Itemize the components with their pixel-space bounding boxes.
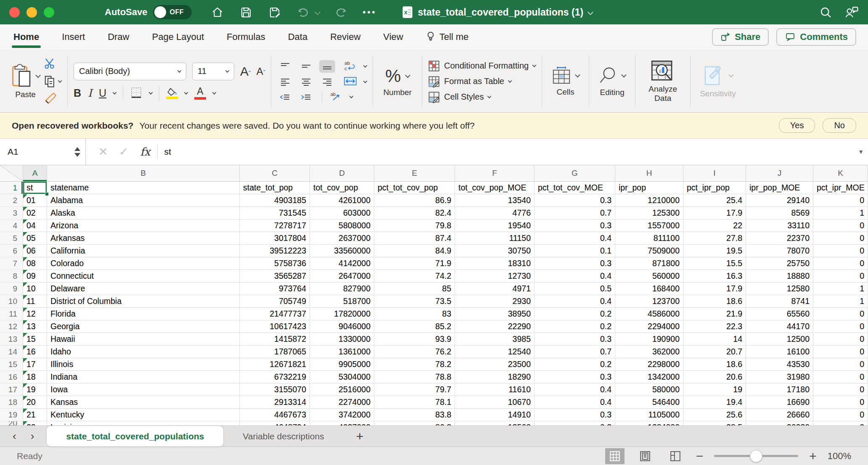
merge-center-dropdown-icon[interactable] (363, 79, 368, 83)
row-header-20[interactable]: 20 (0, 421, 23, 425)
row-header-16[interactable]: 16 (0, 371, 23, 383)
cell-H14[interactable]: 362000 (615, 346, 683, 358)
align-top-button[interactable] (277, 60, 293, 73)
paste-dropdown-icon[interactable] (35, 73, 41, 78)
cell-C13[interactable]: 1415872 (240, 333, 310, 346)
cell-G18[interactable]: 0.4 (535, 396, 615, 409)
cell-G12[interactable]: 0.2 (535, 320, 615, 333)
cell-G9[interactable]: 0.5 (535, 283, 615, 295)
cell-G11[interactable]: 0.2 (535, 308, 615, 320)
cell-E12[interactable]: 85.2 (374, 320, 455, 333)
cell-G3[interactable]: 0.7 (535, 207, 615, 219)
align-left-button[interactable] (277, 76, 293, 88)
cell-C7[interactable]: 5758736 (240, 257, 310, 270)
cell-E8[interactable]: 74.2 (374, 270, 455, 283)
sheet-tab-variable-descriptions[interactable]: Variable descriptions (223, 426, 343, 447)
cell-G1[interactable]: pct_tot_cov_MOE (535, 182, 615, 194)
align-right-button[interactable] (319, 76, 335, 88)
cell-E10[interactable]: 73.5 (374, 295, 455, 308)
row-header-9[interactable]: 9 (0, 283, 23, 295)
title-dropdown-icon[interactable] (587, 9, 593, 15)
cell-C3[interactable]: 731545 (240, 207, 310, 219)
select-all-corner[interactable] (0, 165, 23, 181)
font-color-button[interactable]: A (194, 87, 206, 100)
cell-C8[interactable]: 3565287 (240, 270, 310, 283)
cell-I4[interactable]: 22 (683, 219, 746, 232)
cell-K12[interactable]: 0 (813, 320, 868, 333)
cell-A6[interactable]: 06 (23, 245, 47, 257)
cell-I6[interactable]: 19.5 (683, 245, 746, 257)
fill-color-dropdown-icon[interactable] (184, 90, 188, 95)
cells-button[interactable]: Cells (548, 53, 583, 110)
row-header-14[interactable]: 14 (0, 346, 23, 358)
share-button[interactable]: Share (712, 28, 769, 46)
font-size-select[interactable]: 11 (192, 63, 234, 80)
fill-color-button[interactable] (166, 87, 178, 99)
cell-I17[interactable]: 19 (683, 383, 746, 396)
cell-B16[interactable]: Indiana (47, 371, 240, 383)
sheet-next-icon[interactable]: › (31, 430, 34, 443)
cell-E16[interactable]: 78.8 (374, 371, 455, 383)
number-format-dropdown-icon[interactable] (405, 73, 410, 78)
cell-A16[interactable]: 18 (23, 371, 47, 383)
insert-function-icon[interactable]: fx (140, 145, 150, 158)
cell-I3[interactable]: 17.9 (683, 207, 746, 219)
cell-E3[interactable]: 82.4 (374, 207, 455, 219)
cell-J13[interactable]: 12500 (746, 333, 813, 346)
cell-H3[interactable]: 125300 (615, 207, 683, 219)
cell-K14[interactable]: 0 (813, 346, 868, 358)
cell-E6[interactable]: 84.9 (374, 245, 455, 257)
document-title[interactable]: x state_total_covered_populations (1) (402, 6, 593, 18)
cell-D18[interactable]: 2274000 (310, 396, 374, 409)
undo-icon[interactable] (296, 5, 310, 19)
cell-D6[interactable]: 33560000 (310, 245, 374, 257)
row-header-19[interactable]: 19 (0, 409, 23, 421)
cell-F18[interactable]: 10670 (455, 396, 535, 409)
cell-J9[interactable]: 12580 (746, 283, 813, 295)
cell-B3[interactable]: Alaska (47, 207, 240, 219)
cell-A4[interactable]: 04 (23, 219, 47, 232)
cell-E11[interactable]: 83 (374, 308, 455, 320)
column-header-G[interactable]: G (535, 165, 615, 181)
cell-E18[interactable]: 78.1 (374, 396, 455, 409)
cell-C5[interactable]: 3017804 (240, 232, 310, 245)
cell-B8[interactable]: Connecticut (47, 270, 240, 283)
cell-G19[interactable]: 0.3 (535, 409, 615, 421)
cell-B1[interactable]: statename (47, 182, 240, 194)
cell-styles-button[interactable]: Cell Styles (428, 91, 536, 103)
cell-K17[interactable]: 0 (813, 383, 868, 396)
column-header-A[interactable]: A (23, 165, 47, 181)
format-as-table-button[interactable]: Format as Table (428, 76, 536, 87)
cell-G7[interactable]: 0.3 (535, 257, 615, 270)
increase-indent-button[interactable] (298, 91, 314, 103)
column-header-F[interactable]: F (455, 165, 535, 181)
cell-B17[interactable]: Iowa (47, 383, 240, 396)
cell-G4[interactable]: 0.3 (535, 219, 615, 232)
zoom-slider-thumb[interactable] (750, 450, 762, 462)
bold-button[interactable]: B (74, 87, 81, 99)
cell-C10[interactable]: 705749 (240, 295, 310, 308)
cell-A7[interactable]: 08 (23, 257, 47, 270)
sheet-prev-icon[interactable]: ‹ (13, 430, 16, 443)
normal-view-button[interactable] (605, 448, 625, 464)
tab-formulas[interactable]: Formulas (225, 24, 267, 50)
row-header-2[interactable]: 2 (0, 194, 23, 207)
cell-E15[interactable]: 78.2 (374, 358, 455, 371)
cell-J16[interactable]: 31980 (746, 371, 813, 383)
cell-F11[interactable]: 38950 (455, 308, 535, 320)
cell-H9[interactable]: 168400 (615, 283, 683, 295)
search-icon[interactable] (818, 5, 833, 19)
cell-J7[interactable]: 25750 (746, 257, 813, 270)
cell-G13[interactable]: 0.3 (535, 333, 615, 346)
minimize-window-button[interactable] (26, 7, 37, 18)
borders-dropdown-icon[interactable] (149, 90, 153, 95)
cell-K15[interactable]: 0 (813, 358, 868, 371)
cell-I2[interactable]: 25.4 (683, 194, 746, 207)
cell-D17[interactable]: 2516000 (310, 383, 374, 396)
cell-J17[interactable]: 17180 (746, 383, 813, 396)
cell-F5[interactable]: 11150 (455, 232, 535, 245)
cell-K11[interactable]: 0 (813, 308, 868, 320)
underline-dropdown-icon[interactable] (113, 90, 117, 95)
cell-D9[interactable]: 827900 (310, 283, 374, 295)
cell-K7[interactable]: 0 (813, 257, 868, 270)
